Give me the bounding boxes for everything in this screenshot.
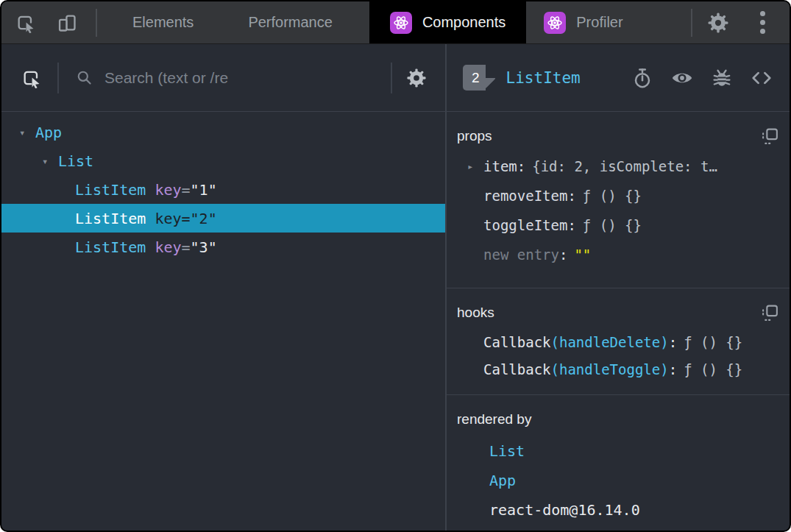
expand-arrow-icon[interactable]: ▾ <box>42 155 58 167</box>
rendered-by-section: rendered by List App react-dom@16.14.0 <box>447 395 790 531</box>
inspected-element-header: 2 ListItem <box>447 44 790 112</box>
tab-elements[interactable]: Elements <box>127 1 199 43</box>
tree-row-app[interactable]: ▾App <box>1 118 445 146</box>
view-source-code-icon[interactable] <box>750 66 773 90</box>
tab-label: Components <box>422 14 506 31</box>
key-value: "2" <box>191 210 217 227</box>
search-input[interactable] <box>104 69 383 87</box>
copy-hooks-icon[interactable] <box>760 303 779 322</box>
component-name: List <box>58 152 93 170</box>
props-label: props <box>457 128 492 144</box>
tree-row-list[interactable]: ▾List <box>1 146 445 175</box>
selected-component-title: ListItem <box>506 69 581 87</box>
prop-row-toggleitem[interactable]: toggleItem: ƒ () {} <box>457 210 779 240</box>
key-value: "1" <box>191 181 217 199</box>
toolbar-divider <box>391 63 392 93</box>
tab-performance[interactable]: Performance <box>242 1 338 43</box>
key-attr: key <box>155 181 181 199</box>
owner-row-app[interactable]: App <box>457 466 779 495</box>
owner-row-list[interactable]: List <box>457 436 779 466</box>
log-to-console-bug-icon[interactable] <box>710 66 734 90</box>
hooks-label: hooks <box>457 305 494 321</box>
key-attr: key <box>155 238 181 256</box>
search-icon <box>72 65 97 91</box>
device-toolbar-icon[interactable] <box>54 10 79 35</box>
toolbar-divider <box>96 9 97 37</box>
component-name: ListItem <box>75 181 146 199</box>
tab-label: Elements <box>132 14 194 31</box>
component-name: ListItem <box>75 210 146 227</box>
component-name: App <box>35 124 62 141</box>
expand-arrow-icon[interactable]: ▸ <box>467 160 473 172</box>
tab-components[interactable]: Components <box>369 1 526 43</box>
key-value: "3" <box>191 238 217 256</box>
owner-row-react-dom: react-dom@16.14.0 <box>457 495 779 525</box>
component-tree: ▾App ▾List ListItem key="1" ListItem key… <box>1 112 445 531</box>
settings-gear-icon[interactable] <box>706 10 731 35</box>
component-tree-pane: ▾App ▾List ListItem key="1" ListItem key… <box>1 44 447 531</box>
copy-props-icon[interactable] <box>760 127 779 146</box>
more-options-icon[interactable] <box>751 11 773 34</box>
expand-arrow-icon[interactable]: ▾ <box>19 127 35 138</box>
react-icon <box>544 12 566 34</box>
tree-row-listitem-1[interactable]: ListItem key="1" <box>1 175 445 204</box>
props-section: props ▸ item: {id: 2, isComplete: t… <box>447 112 790 288</box>
devtools-window: Elements Performance Components <box>0 0 791 532</box>
tab-label: Performance <box>248 14 333 31</box>
components-panel: ▾App ▾List ListItem key="1" ListItem key… <box>1 44 790 531</box>
inspected-element-pane: 2 ListItem <box>447 44 790 531</box>
toolbar-divider <box>691 9 692 37</box>
hook-row-handletoggle[interactable]: Callback(handleToggle): ƒ () {} <box>457 355 779 383</box>
prop-row-item[interactable]: ▸ item: {id: 2, isComplete: t… <box>457 152 779 181</box>
tree-settings-gear-icon[interactable] <box>404 65 429 91</box>
toolbar-divider <box>57 63 59 93</box>
suspend-stopwatch-icon[interactable] <box>631 66 654 90</box>
render-count-badge: 2 <box>463 65 486 91</box>
tree-row-listitem-3[interactable]: ListItem key="3" <box>1 233 445 261</box>
inspect-dom-eye-icon[interactable] <box>670 66 694 90</box>
component-name: ListItem <box>75 238 146 256</box>
hooks-section: hooks Callback(handleDelete): ƒ () {} <box>447 288 790 395</box>
hook-row-handledelete[interactable]: Callback(handleDelete): ƒ () {} <box>457 328 779 355</box>
select-element-icon[interactable] <box>19 65 44 91</box>
prop-row-new-entry[interactable]: new entry: "" <box>457 240 779 269</box>
prop-row-removeitem[interactable]: removeItem: ƒ () {} <box>457 181 779 210</box>
inspect-element-icon[interactable] <box>13 10 38 35</box>
tree-toolbar <box>1 44 445 112</box>
tab-profiler[interactable]: Profiler <box>526 1 640 43</box>
key-attr: key <box>155 210 181 227</box>
react-icon <box>390 12 412 34</box>
tree-row-listitem-2-selected[interactable]: ListItem key="2" <box>1 204 445 233</box>
tab-label: Profiler <box>576 14 622 31</box>
rendered-by-label: rendered by <box>457 411 531 428</box>
devtools-tab-bar: Elements Performance Components <box>1 1 790 44</box>
